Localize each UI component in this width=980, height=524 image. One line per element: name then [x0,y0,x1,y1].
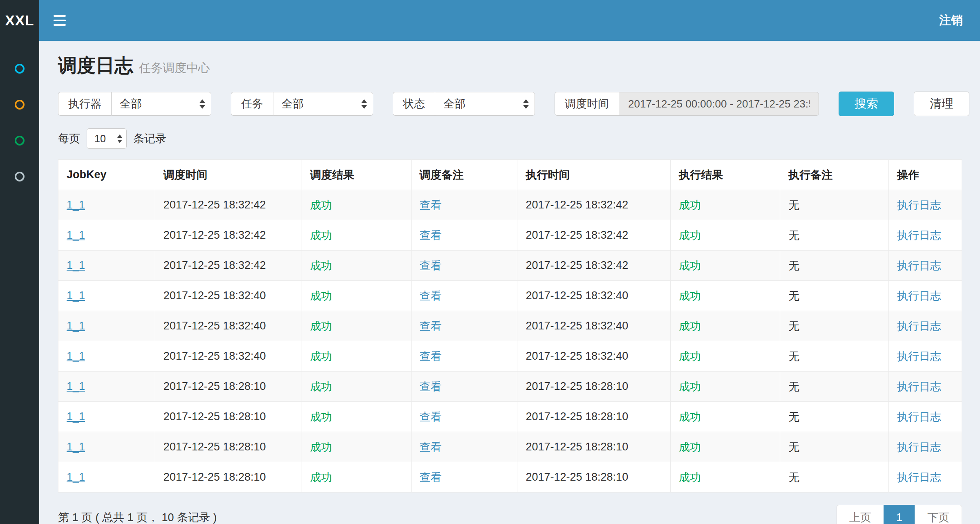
jobkey-link[interactable]: 1_1 [67,229,85,241]
execution-log-link[interactable]: 执行日志 [897,381,941,393]
execution-log-link[interactable]: 执行日志 [897,229,941,242]
table-row: 1_1 2017-12-25 18:32:40 成功 查看 2017-12-25… [58,311,962,341]
table-row: 1_1 2017-12-25 18:28:10 成功 查看 2017-12-25… [58,432,962,462]
jobkey-link[interactable]: 1_1 [67,380,85,392]
trigger-msg-link[interactable]: 查看 [420,229,442,242]
search-button[interactable]: 搜索 [839,92,894,116]
action-cell: 执行日志 [888,281,962,311]
jobkey-link[interactable]: 1_1 [67,289,85,302]
circle-icon [15,64,25,74]
jobkey-link[interactable]: 1_1 [67,410,85,423]
handle-time-cell: 2017-12-25 18:32:40 [517,281,671,311]
trigger-msg-link[interactable]: 查看 [420,441,442,453]
table-header-cell: 操作 [888,160,962,190]
current-page-button[interactable]: 1 [884,505,915,524]
handle-time-cell: 2017-12-25 18:32:40 [517,311,671,341]
execution-log-link[interactable]: 执行日志 [897,411,941,423]
trigger-msg-link[interactable]: 查看 [420,471,442,484]
trigger-time-cell: 2017-12-25 18:28:10 [155,402,302,432]
trigger-time-cell: 2017-12-25 18:32:42 [155,251,302,281]
handle-time-cell: 2017-12-25 18:32:40 [517,341,671,372]
prev-page-button[interactable]: 上页 [837,505,884,524]
status-select[interactable]: 全部 [435,92,535,116]
clear-button[interactable]: 清理 [914,92,969,116]
trigger-msg-link[interactable]: 查看 [420,350,442,363]
jobkey-cell: 1_1 [58,220,155,251]
jobkey-cell: 1_1 [58,251,155,281]
table-row: 1_1 2017-12-25 18:32:40 成功 查看 2017-12-25… [58,341,962,372]
trigger-time-cell: 2017-12-25 18:32:40 [155,341,302,372]
trigger-result-cell: 成功 [302,462,411,493]
jobkey-link[interactable]: 1_1 [67,471,85,483]
trigger-time-cell: 2017-12-25 18:32:42 [155,220,302,251]
handle-time-cell: 2017-12-25 18:32:42 [517,251,671,281]
circle-icon [15,136,25,146]
page-size-value: 10 [94,133,106,145]
hamburger-icon [54,15,66,17]
trigger-msg-cell: 查看 [411,281,517,311]
jobkey-link[interactable]: 1_1 [67,320,85,332]
select-arrows-icon [199,99,205,109]
page-title: 调度日志 [58,55,133,76]
table-header-cell: 调度结果 [302,160,411,190]
trigger-msg-link[interactable]: 查看 [420,199,442,211]
job-select[interactable]: 全部 [273,92,373,116]
table-header-cell: 执行备注 [780,160,889,190]
handle-result-cell: 成功 [671,281,780,311]
action-cell: 执行日志 [888,462,962,493]
trigger-time-cell: 2017-12-25 18:32:42 [155,190,302,220]
trigger-result-cell: 成功 [302,432,411,462]
executor-select[interactable]: 全部 [111,92,211,116]
execution-log-link[interactable]: 执行日志 [897,199,941,211]
handle-time-cell: 2017-12-25 18:28:10 [517,462,671,493]
execution-log-link[interactable]: 执行日志 [897,260,941,272]
handle-msg-cell: 无 [780,220,889,251]
handle-result-cell: 成功 [671,462,780,493]
page-size-suffix: 条记录 [133,131,166,146]
trigger-time-cell: 2017-12-25 18:28:10 [155,432,302,462]
page-subtitle: 任务调度中心 [139,61,210,74]
handle-msg-cell: 无 [780,311,889,341]
action-cell: 执行日志 [888,432,962,462]
trigger-time-cell: 2017-12-25 18:32:40 [155,281,302,311]
sidebar-item-3[interactable] [0,123,39,159]
page-size-prefix: 每页 [58,131,80,146]
circle-icon [15,100,25,110]
jobkey-link[interactable]: 1_1 [67,441,85,453]
handle-time-cell: 2017-12-25 18:32:42 [517,220,671,251]
trigger-result-cell: 成功 [302,220,411,251]
execution-log-link[interactable]: 执行日志 [897,320,941,332]
sidebar-item-2[interactable] [0,87,39,123]
jobkey-link[interactable]: 1_1 [67,259,85,271]
next-page-button[interactable]: 下页 [915,505,962,524]
sidebar-menu [0,41,39,195]
jobkey-link[interactable]: 1_1 [67,199,85,211]
trigger-msg-link[interactable]: 查看 [420,290,442,302]
sidebar-item-1[interactable] [0,51,39,87]
execution-log-link[interactable]: 执行日志 [897,290,941,302]
execution-log-link[interactable]: 执行日志 [897,350,941,363]
trigger-msg-link[interactable]: 查看 [420,381,442,393]
sidebar-toggle-button[interactable] [39,0,80,41]
action-cell: 执行日志 [888,220,962,251]
table-header-cell: 调度备注 [411,160,517,190]
handle-msg-cell: 无 [780,281,889,311]
filter-toolbar: 执行器 全部 任务 全部 状态 全部 调度时间 搜索 清理 [58,92,962,116]
circle-icon [15,172,25,181]
execution-log-link[interactable]: 执行日志 [897,441,941,453]
executor-filter-group: 执行器 全部 [58,92,211,116]
sidebar-item-4[interactable] [0,159,39,195]
trigger-msg-link[interactable]: 查看 [420,411,442,423]
logout-link[interactable]: 注销 [922,0,980,41]
jobkey-link[interactable]: 1_1 [67,350,85,362]
trigger-msg-cell: 查看 [411,220,517,251]
trigger-result-cell: 成功 [302,281,411,311]
trigger-msg-link[interactable]: 查看 [420,320,442,332]
trigger-msg-cell: 查看 [411,432,517,462]
time-range-input[interactable] [619,92,819,116]
job-filter-group: 任务 全部 [231,92,373,116]
execution-log-link[interactable]: 执行日志 [897,471,941,484]
app-logo[interactable]: XXL [0,0,39,41]
page-size-select[interactable]: 10 [87,128,127,149]
trigger-msg-link[interactable]: 查看 [420,260,442,272]
